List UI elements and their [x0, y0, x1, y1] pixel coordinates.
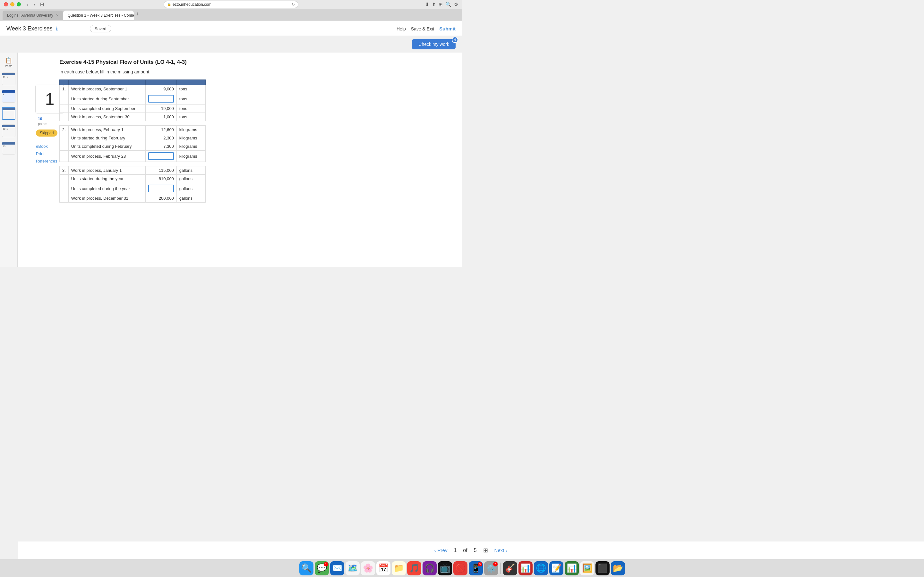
row-label: Work in process, December 31: [68, 194, 145, 203]
case-number-cell: 1.: [60, 85, 69, 93]
amount-cell: 12,600: [145, 126, 176, 134]
main-area: 📋 Paste 21 ★ B 22 ★ 23 1: [0, 53, 462, 267]
paste-label: Paste: [5, 64, 12, 68]
download-button[interactable]: ⬇: [425, 2, 429, 7]
input-cell[interactable]: [145, 151, 176, 162]
new-tab-button[interactable]: +: [136, 11, 139, 18]
nav-buttons: ‹ ›: [25, 1, 37, 8]
slide-thumb-active[interactable]: [2, 107, 15, 120]
case-number-cell: [60, 194, 69, 203]
exercise-heading: Exercise 4-15 Physical Flow of Units (LO…: [59, 59, 456, 65]
header-actions: Help Save & Exit Submit: [397, 26, 456, 31]
case-number-cell: [60, 142, 69, 151]
amount-cell: 19,000: [145, 105, 176, 113]
exercise-instruction: In each case below, fill in the missing …: [59, 69, 456, 74]
unit-cell: kilograms: [176, 151, 205, 162]
sidebar-paste-item[interactable]: 📋 Paste: [2, 55, 16, 69]
tab-1[interactable]: Logins | Alvernia University ✕: [3, 11, 63, 20]
spacer-row: [60, 121, 206, 126]
close-button[interactable]: [4, 2, 8, 6]
reload-icon[interactable]: ↻: [292, 2, 295, 7]
case-number-cell: [60, 175, 69, 183]
share-button[interactable]: ⬆: [432, 2, 436, 7]
tab-1-label: Logins | Alvernia University: [7, 13, 53, 18]
row-label: Work in process, January 1: [68, 166, 145, 175]
data-table: 1.Work in process, September 19,000tonsU…: [59, 79, 206, 203]
amount-cell: 9,000: [145, 85, 176, 93]
exercise-title: Week 3 Exercises: [6, 25, 53, 32]
input-cell[interactable]: [145, 93, 176, 105]
check-work-button[interactable]: Check my work 4: [412, 39, 456, 49]
badge-count: 4: [452, 37, 458, 43]
amount-cell: 1,000: [145, 113, 176, 121]
slide-thumb-23[interactable]: 23: [2, 142, 15, 155]
unit-cell: kilograms: [176, 126, 205, 134]
save-exit-button[interactable]: Save & Exit: [411, 26, 434, 31]
amount-cell: 7,300: [145, 142, 176, 151]
spacer-row: [60, 162, 206, 166]
browser-actions: ⬇ ⬆ ⊞ 🔍 ⚙: [425, 2, 458, 7]
amount-cell: 115,000: [145, 166, 176, 175]
case-number-cell: 3.: [60, 166, 69, 175]
row-label: Units started during September: [68, 93, 145, 105]
case-number-cell: [60, 134, 69, 142]
amount-input[interactable]: [148, 152, 174, 160]
table-row: Work in process, February 28kilograms: [60, 151, 206, 162]
slide-thumb-21[interactable]: 21 ★: [2, 73, 15, 85]
case-number-cell: [60, 151, 69, 162]
col-unit: [176, 80, 205, 85]
input-cell[interactable]: [145, 183, 176, 194]
address-bar[interactable]: 🔒 ezto.mheducation.com ↻: [164, 1, 298, 8]
unit-cell: gallons: [176, 183, 205, 194]
sidebar-toggle-button[interactable]: ⊞: [40, 1, 44, 7]
unit-cell: tons: [176, 113, 205, 121]
row-label: Units completed during February: [68, 142, 145, 151]
tab-1-close[interactable]: ✕: [56, 13, 59, 18]
amount-cell: 200,000: [145, 194, 176, 203]
extensions-button[interactable]: ⚙: [454, 2, 458, 7]
slide-thumb-22[interactable]: 22 ★: [2, 124, 15, 137]
row-label: Work in process, September 1: [68, 85, 145, 93]
unit-cell: tons: [176, 85, 205, 93]
unit-cell: tons: [176, 105, 205, 113]
col-description: [68, 80, 145, 85]
info-icon[interactable]: ℹ: [56, 26, 58, 32]
content-area: 1 10 points Skipped eBook Print Referenc…: [18, 53, 462, 267]
submit-button[interactable]: Submit: [439, 26, 456, 31]
page-content: 1 10 points Skipped eBook Print Referenc…: [18, 53, 462, 209]
back-button[interactable]: ‹: [25, 1, 30, 8]
exercise-header: Week 3 Exercises ℹ Saved Help Save & Exi…: [0, 21, 462, 36]
minimize-button[interactable]: [10, 2, 15, 6]
table-row: Units started during Septembertons: [60, 93, 206, 105]
add-tab-button[interactable]: ⊞: [439, 2, 443, 7]
case-number-cell: [60, 105, 69, 113]
case-number-cell: [60, 113, 69, 121]
table-row: 2.Work in process, February 112,600kilog…: [60, 126, 206, 134]
maximize-button[interactable]: [17, 2, 21, 6]
table-row: Units completed during September19,000to…: [60, 105, 206, 113]
amount-cell: 810,000: [145, 175, 176, 183]
slide-thumb-22-b[interactable]: B: [2, 90, 15, 103]
amount-input[interactable]: [148, 185, 174, 192]
unit-cell: kilograms: [176, 142, 205, 151]
search-button[interactable]: 🔍: [445, 2, 451, 7]
unit-cell: gallons: [176, 166, 205, 175]
forward-button[interactable]: ›: [31, 1, 37, 8]
tab-2[interactable]: Question 1 - Week 3 Exercises - Connect …: [63, 11, 134, 20]
case-number-cell: [60, 93, 69, 105]
amount-cell: 2,300: [145, 134, 176, 142]
table-row: 1.Work in process, September 19,000tons: [60, 85, 206, 93]
table-row: 3.Work in process, January 1115,000gallo…: [60, 166, 206, 175]
row-label: Units started during the year: [68, 175, 145, 183]
amount-input[interactable]: [148, 95, 174, 103]
exercise-content: Exercise 4-15 Physical Flow of Units (LO…: [18, 56, 462, 209]
titlebar: ‹ › ⊞ 🔒 ezto.mheducation.com ↻ ⬇ ⬆ ⊞ 🔍 ⚙: [0, 0, 462, 9]
traffic-lights[interactable]: [4, 2, 21, 6]
lock-icon: 🔒: [167, 3, 171, 6]
help-button[interactable]: Help: [397, 26, 406, 31]
table-body: 1.Work in process, September 19,000tonsU…: [60, 85, 206, 203]
unit-cell: gallons: [176, 194, 205, 203]
col-amount: [145, 80, 176, 85]
table-row: Units started during the year810,000gall…: [60, 175, 206, 183]
table-row: Work in process, September 301,000tons: [60, 113, 206, 121]
